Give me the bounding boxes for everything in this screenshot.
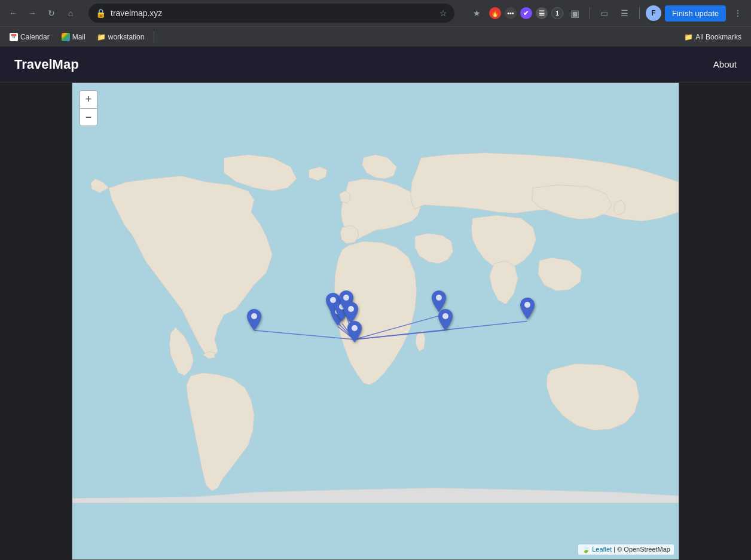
zoom-in-button[interactable]: + [80,90,97,108]
leaflet-link[interactable]: 🍃 Leaflet [582,546,612,553]
reload-button[interactable]: ↻ [43,5,60,22]
pin-9[interactable] [520,298,535,322]
app-title: TravelMap [14,57,79,72]
mail-favicon [62,33,70,41]
svg-point-19 [524,302,530,308]
about-link[interactable]: About [713,59,737,69]
pin-hub[interactable] [347,321,362,345]
back-button[interactable]: ← [5,5,22,22]
security-icon: 🔒 [96,8,106,18]
bookmark-workstation[interactable]: 📁 workstation [93,31,149,43]
url-text: travelmap.xyz [111,8,435,18]
nav-buttons: ← → ↻ ⌂ [5,5,79,22]
extensions-icon[interactable]: ▣ [567,5,584,22]
svg-point-14 [343,295,349,301]
browser-chrome: ← → ↻ ⌂ 🔒 travelmap.xyz ☆ ★ 🔥 ••• ✔ ☰ 1 … [0,0,751,26]
svg-point-10 [251,313,257,319]
osm-attribution: © OpenStreetMap [617,546,670,553]
ext-icon-1[interactable]: 🔥 [489,7,501,19]
bookmark-calendar-label: Calendar [20,33,50,41]
svg-point-17 [436,295,442,301]
bookmark-mail[interactable]: Mail [57,31,90,43]
cast-icon[interactable]: ▭ [596,5,613,22]
svg-point-16 [352,325,358,331]
map-container[interactable]: + − 🍃 Leaflet | © OpenStreetMap [72,82,679,560]
bookmark-star-icon[interactable]: ★ [469,5,486,22]
star-icon[interactable]: ☆ [439,8,447,18]
map-attribution: 🍃 Leaflet | © OpenStreetMap [578,544,674,555]
all-bookmarks-item[interactable]: 📁 All Bookmarks [679,31,746,43]
folder-favicon: 📁 [97,33,106,41]
zoom-out-button[interactable]: − [80,108,97,126]
bookmarks-bar: 📅 Calendar Mail 📁 workstation 📁 All Book… [0,26,751,47]
all-bookmarks-label: All Bookmarks [695,33,741,41]
bookmark-mail-label: Mail [72,33,86,41]
sidebar-icon[interactable]: ☰ [616,5,633,22]
bookmark-workstation-label: workstation [108,33,145,41]
map-controls: + − [80,90,97,126]
bookmark-calendar[interactable]: 📅 Calendar [5,31,54,43]
ext-icon-5[interactable]: 1 [551,7,563,19]
ext-icon-2[interactable]: ••• [505,7,517,19]
address-bar[interactable]: 🔒 travelmap.xyz ☆ [88,4,454,23]
toolbar-icons: ★ 🔥 ••• ✔ ☰ 1 ▣ ▭ ☰ F Finish update ⋮ [469,5,746,22]
world-map-svg [72,83,679,559]
forward-button[interactable]: → [24,5,41,22]
folder-icon: 📁 [684,33,693,41]
svg-point-18 [442,313,448,319]
home-button[interactable]: ⌂ [62,5,79,22]
calendar-favicon: 📅 [10,33,18,41]
divider-2 [639,7,640,19]
profile-avatar[interactable]: F [646,5,661,21]
app-header: TravelMap About [0,47,751,82]
ext-icon-3[interactable]: ✔ [520,7,532,19]
finish-update-button[interactable]: Finish update [665,5,726,22]
svg-point-15 [348,306,354,312]
pin-8[interactable] [438,309,453,333]
bookmarks-divider [154,31,154,43]
pin-1[interactable] [247,309,261,333]
divider-1 [590,7,590,19]
ext-icon-4[interactable]: ☰ [536,7,548,19]
menu-icon[interactable]: ⋮ [729,5,746,22]
